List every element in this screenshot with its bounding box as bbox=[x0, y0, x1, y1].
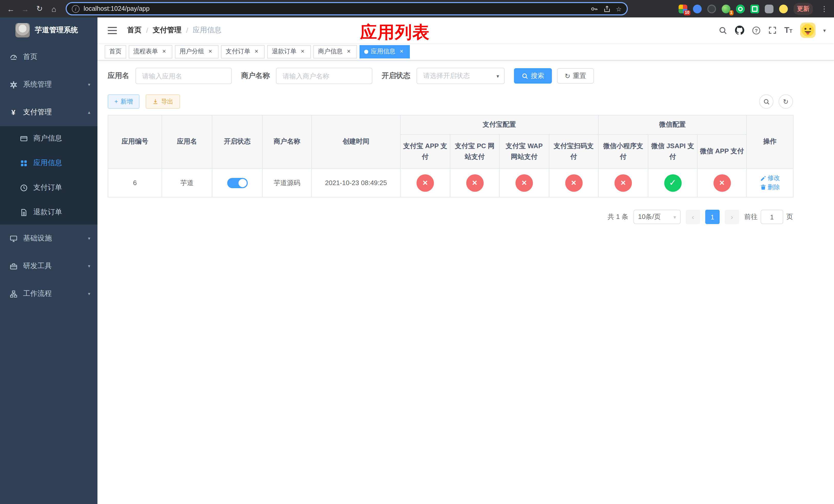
main-area: 首页 / 支付管理 / 应用信息 应用列表 bbox=[97, 18, 834, 504]
sidebar-item-merchant-info[interactable]: 商户信息 bbox=[0, 126, 97, 151]
page-number-button[interactable]: 1 bbox=[705, 210, 720, 224]
payment-submenu: 商户信息 应用信息 bbox=[0, 126, 97, 225]
url-text[interactable]: localhost:1024/pay/app bbox=[84, 5, 585, 12]
add-button[interactable]: + 新增 bbox=[108, 94, 139, 109]
bookmark-star-icon[interactable]: ☆ bbox=[616, 5, 622, 13]
col-header-wx-jsapi: 微信 JSAPI 支付 bbox=[648, 135, 697, 168]
extension-chat-icon[interactable] bbox=[750, 4, 759, 13]
address-bar[interactable]: i localhost:1024/pay/app ☆ bbox=[66, 2, 628, 15]
cell-app-name: 芋道 bbox=[162, 168, 212, 197]
app-name-input[interactable] bbox=[135, 68, 232, 84]
goto-page-input[interactable] bbox=[761, 210, 783, 224]
app-name-label: 应用名 bbox=[108, 71, 129, 81]
prev-page-button[interactable]: ‹ bbox=[686, 210, 700, 224]
tab-close-icon[interactable]: × bbox=[398, 48, 405, 55]
font-size-icon[interactable]: TT bbox=[784, 26, 792, 35]
col-group-wechat: 微信配置 bbox=[598, 115, 747, 135]
help-icon[interactable]: ? bbox=[752, 26, 761, 35]
tab-refund-order[interactable]: 退款订单 × bbox=[267, 45, 311, 58]
fullscreen-icon[interactable] bbox=[768, 26, 776, 35]
browser-menu-icon[interactable]: ⋮ bbox=[819, 5, 830, 13]
tab-app-info[interactable]: 应用信息 × bbox=[359, 45, 410, 58]
share-icon[interactable] bbox=[603, 5, 611, 13]
sidebar-item-payment[interactable]: ¥ 支付管理 ▴ bbox=[0, 98, 97, 126]
col-header-status: 开启状态 bbox=[212, 115, 262, 168]
total-count: 共 1 条 bbox=[608, 212, 628, 222]
wx-mini-status-icon: × bbox=[614, 174, 632, 191]
password-key-icon[interactable] bbox=[590, 5, 598, 13]
home-icon[interactable]: ⌂ bbox=[47, 2, 61, 15]
user-avatar[interactable] bbox=[800, 23, 815, 38]
merchant-name-input[interactable] bbox=[276, 68, 372, 84]
status-switch[interactable] bbox=[227, 178, 247, 188]
forward-icon[interactable]: → bbox=[19, 2, 32, 15]
monitor-icon bbox=[9, 234, 18, 242]
sidebar-item-app-info[interactable]: 应用信息 bbox=[0, 151, 97, 175]
breadcrumb-section[interactable]: 支付管理 bbox=[153, 26, 181, 35]
sidebar-toggle-icon[interactable] bbox=[106, 26, 119, 34]
goto-prefix: 前往 bbox=[744, 212, 758, 222]
col-header-alipay-app: 支付宝 APP 支付 bbox=[400, 135, 450, 168]
extension-grid-icon[interactable]: 10 bbox=[679, 4, 687, 13]
avatar-caret-icon[interactable]: ▾ bbox=[823, 27, 826, 33]
tab-close-icon[interactable]: × bbox=[207, 48, 214, 55]
browser-toolbar: ← → ↻ ⌂ i localhost:1024/pay/app ☆ 10 bbox=[0, 0, 834, 18]
sidebar-item-label: 基础设施 bbox=[23, 234, 52, 243]
sidebar-item-infra[interactable]: 基础设施 ▾ bbox=[0, 225, 97, 252]
reload-icon[interactable]: ↻ bbox=[33, 2, 46, 15]
dashboard-icon bbox=[9, 53, 18, 61]
col-header-alipay-wap: 支付宝 WAP 网站支付 bbox=[499, 135, 549, 168]
tab-close-icon[interactable]: × bbox=[160, 48, 168, 55]
alipay-wap-status-icon: × bbox=[515, 174, 533, 191]
extension-puzzle-icon[interactable] bbox=[765, 4, 773, 13]
tab-close-icon[interactable]: × bbox=[253, 48, 260, 55]
refresh-table-button[interactable]: ↻ bbox=[778, 94, 793, 109]
sidebar-item-refund-order[interactable]: 退款订单 bbox=[0, 200, 97, 225]
export-button[interactable]: 导出 bbox=[146, 94, 180, 109]
sidebar-item-system[interactable]: 系统管理 ▾ bbox=[0, 71, 97, 98]
tab-pay-order[interactable]: 支付订单 × bbox=[221, 45, 265, 58]
breadcrumb-home[interactable]: 首页 bbox=[127, 26, 141, 35]
alipay-app-status-icon: × bbox=[416, 174, 434, 191]
delete-link[interactable]: 删除 bbox=[760, 183, 780, 191]
chevron-down-icon: ▾ bbox=[88, 291, 90, 296]
status-select[interactable]: 请选择开启状态 ▾ bbox=[416, 68, 505, 84]
col-header-id: 应用编号 bbox=[108, 115, 162, 168]
site-info-icon[interactable]: i bbox=[72, 5, 80, 13]
search-icon[interactable] bbox=[719, 26, 727, 35]
sidebar-item-pay-order[interactable]: 支付订单 bbox=[0, 175, 97, 200]
tab-process-form[interactable]: 流程表单 × bbox=[129, 45, 172, 58]
edit-link[interactable]: 修改 bbox=[760, 174, 780, 183]
sidebar-logo[interactable]: 芋道管理系统 bbox=[0, 18, 97, 43]
refresh-icon: ↻ bbox=[565, 72, 570, 80]
sidebar-item-workflow[interactable]: 工作流程 ▾ bbox=[0, 280, 97, 307]
tab-home[interactable]: 首页 bbox=[105, 45, 126, 58]
tab-close-icon[interactable]: × bbox=[299, 48, 306, 55]
extension-dark-icon[interactable] bbox=[707, 4, 716, 13]
tabs-bar: 首页 流程表单 × 用户分组 × 支付订单 × 退款订单 × bbox=[97, 43, 834, 61]
top-navbar: 首页 / 支付管理 / 应用信息 应用列表 bbox=[97, 18, 834, 43]
page-annotation: 应用列表 bbox=[360, 21, 430, 44]
tab-user-group[interactable]: 用户分组 × bbox=[175, 45, 219, 58]
extension-blue-icon[interactable] bbox=[693, 4, 702, 13]
pagination: 共 1 条 10条/页 ▾ ‹ 1 › 前往 页 bbox=[108, 210, 793, 224]
tab-close-icon[interactable]: × bbox=[345, 48, 352, 55]
next-page-button[interactable]: › bbox=[725, 210, 739, 224]
github-icon[interactable] bbox=[735, 26, 744, 35]
sidebar-item-devtools[interactable]: 研发工具 ▾ bbox=[0, 252, 97, 280]
svg-text:?: ? bbox=[755, 28, 758, 33]
cell-actions: 修改 删除 bbox=[747, 168, 793, 197]
sidebar-item-home[interactable]: 首页 bbox=[0, 43, 97, 71]
extension-avatar-icon[interactable]: 1 bbox=[722, 4, 730, 13]
search-button[interactable]: 搜索 bbox=[514, 68, 552, 84]
back-icon[interactable]: ← bbox=[4, 2, 18, 15]
tab-merchant-info[interactable]: 商户信息 × bbox=[313, 45, 357, 58]
browser-update-button[interactable]: 更新 bbox=[793, 3, 813, 15]
reset-button[interactable]: ↻ 重置 bbox=[557, 68, 594, 84]
toggle-search-button[interactable] bbox=[759, 94, 773, 109]
page-size-select[interactable]: 10条/页 ▾ bbox=[633, 210, 681, 224]
goto-page: 前往 页 bbox=[744, 210, 793, 224]
extension-emoji-icon[interactable] bbox=[779, 4, 788, 13]
cell-merchant: 芋道源码 bbox=[262, 168, 312, 197]
extension-green-circle-icon[interactable] bbox=[736, 4, 745, 13]
